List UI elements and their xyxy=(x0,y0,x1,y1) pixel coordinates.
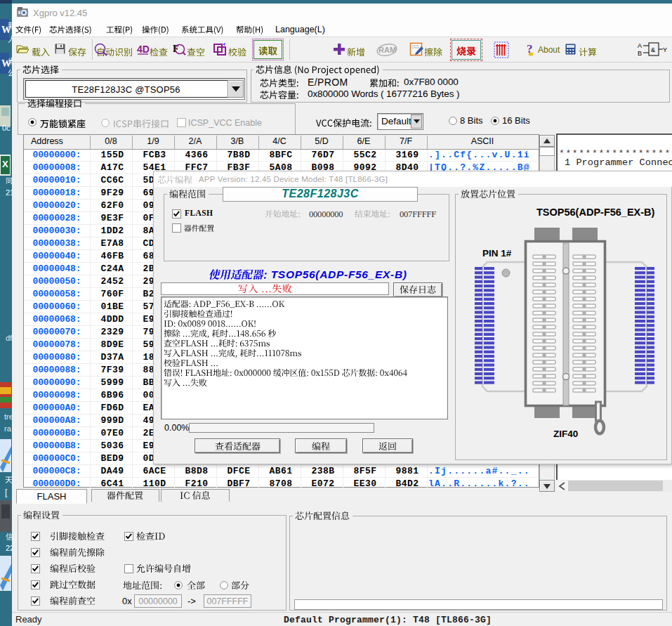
svg-text:Y: Y xyxy=(663,46,667,53)
svg-text:4D: 4D xyxy=(137,44,150,55)
svg-text:B: B xyxy=(638,50,642,57)
svg-text:RAM: RAM xyxy=(378,46,396,54)
svg-text:A: A xyxy=(638,42,642,49)
svg-text:&: & xyxy=(651,46,655,53)
